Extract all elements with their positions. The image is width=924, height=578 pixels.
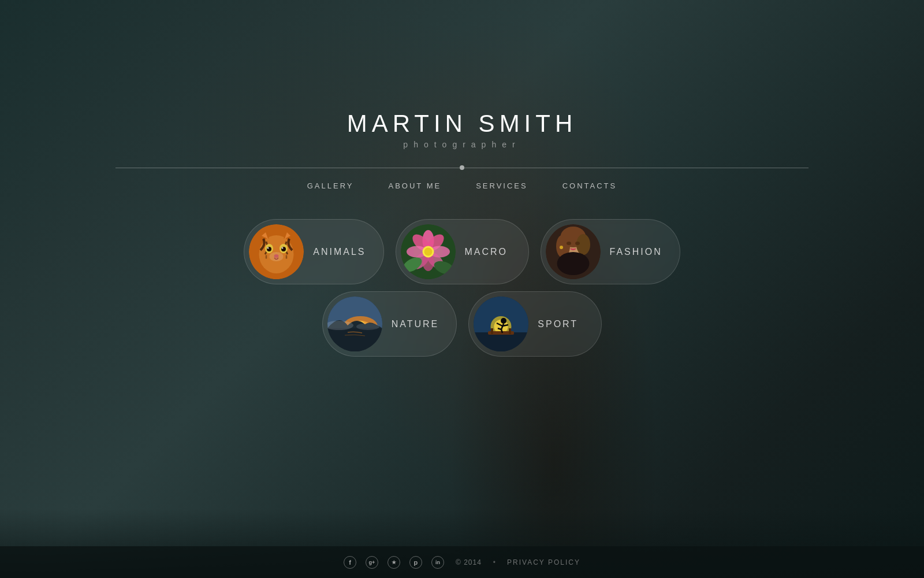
privacy-policy-link[interactable]: PRIVACY POLICY [507,558,580,566]
svg-point-40 [560,246,563,249]
footer: f g+ ★ p in © 2014 • PRIVACY POLICY [0,546,924,578]
gallery-item-animals[interactable]: ANIMALS [244,219,383,284]
svg-point-38 [575,242,580,245]
divider [116,165,808,170]
nature-circle [327,297,382,351]
macro-circle [401,224,456,279]
gallery-item-fashion[interactable]: FASHION [541,219,680,284]
pinterest-icon[interactable]: p [409,556,422,569]
divider-line-right [464,168,808,168]
site-title: MARTIN SMITH [347,110,578,138]
nav-services[interactable]: SERVICES [476,181,528,190]
svg-point-29 [424,248,432,256]
footer-separator: • [493,558,495,566]
macro-label: MACRO [465,247,511,257]
nature-label: NATURE [392,319,439,329]
header: MARTIN SMITH pHoToGrApHeR [347,110,578,149]
page-container: MARTIN SMITH pHoToGrApHeR GALLERY ABOUT … [0,0,924,578]
gallery-item-nature[interactable]: NATURE [322,291,457,357]
animals-label: ANIMALS [313,247,366,257]
svg-point-48 [356,323,379,330]
nav-contacts[interactable]: CONTACTS [562,181,617,190]
svg-point-9 [270,252,284,261]
animals-circle [249,224,304,279]
fashion-label: FASHION [610,247,662,257]
nav-about[interactable]: ABOUT ME [389,181,442,190]
svg-rect-56 [509,328,511,334]
gallery-item-sport[interactable]: SPORT [468,291,602,357]
gallery-item-macro[interactable]: MACRO [396,219,529,284]
svg-rect-55 [491,328,493,334]
divider-dot [460,165,464,170]
svg-point-13 [286,257,288,259]
rss-icon[interactable]: ★ [388,556,400,569]
gallery-row-2: NATURE [322,291,602,357]
googleplus-icon[interactable]: g+ [366,556,378,569]
copyright: © 2014 [456,558,482,566]
sport-circle [474,297,528,351]
nav-gallery[interactable]: GALLERY [307,181,354,190]
svg-point-12 [286,255,288,257]
svg-point-6 [267,247,269,249]
svg-rect-53 [474,332,528,351]
svg-point-39 [557,252,589,275]
svg-point-7 [282,247,284,249]
divider-line-left [116,168,460,168]
svg-point-37 [567,242,571,245]
site-subtitle: pHoToGrApHeR [403,140,520,149]
social-icons: f g+ ★ p in [344,556,444,569]
svg-point-57 [501,318,506,324]
gallery-row-1: ANIMALS [244,219,680,284]
fashion-circle [546,224,601,279]
svg-point-11 [266,257,267,259]
sport-label: SPORT [538,319,584,329]
linkedin-icon[interactable]: in [431,556,444,569]
gallery-grid: ANIMALS [244,219,680,357]
svg-point-10 [266,255,267,257]
main-nav: GALLERY ABOUT ME SERVICES CONTACTS [307,181,617,190]
facebook-icon[interactable]: f [344,556,356,569]
